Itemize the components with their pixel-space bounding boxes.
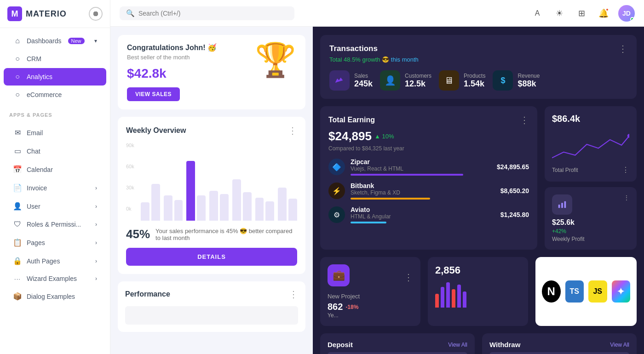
sidebar-item-ecommerce[interactable]: ○ eCommerce	[4, 86, 106, 103]
sidebar-item-dashboards[interactable]: ⌂ Dashboards New ▾	[4, 32, 106, 50]
sidebar-item-label: User	[27, 203, 40, 210]
sidebar-item-label: CRM	[27, 55, 41, 63]
bar-light-sat2	[265, 201, 274, 221]
sidebar-item-email[interactable]: ✉ Email	[4, 124, 106, 142]
bar-light-sun2	[288, 199, 297, 221]
project-menu-icon[interactable]: ⋮	[404, 272, 413, 283]
profit-sm-header: ⋮	[552, 194, 629, 215]
sidebar-item-crm[interactable]: ○ CRM	[4, 50, 106, 68]
sidebar-item-roles[interactable]: 🛡 Roles & Permissi... ›	[4, 216, 106, 233]
aviato-sub: HTML & Angular	[351, 213, 495, 220]
app-name: MATERIO	[26, 9, 67, 19]
sidebar-item-label: Dashboards	[27, 37, 62, 45]
circle-icon: ○	[13, 73, 22, 81]
bell-icon[interactable]: 🔔	[596, 6, 611, 21]
mini-bar-5	[457, 285, 461, 308]
trans-metric-sales: Sales 245k	[329, 70, 373, 91]
js-logo: JS	[588, 280, 607, 303]
mini-bars	[435, 280, 521, 308]
earning-compared: Compared to $84,325 last year	[328, 145, 529, 152]
chevron-right-icon: ›	[95, 221, 97, 228]
bar-light-wed2	[197, 195, 206, 221]
bitbank-amount: $8,650.20	[500, 187, 529, 194]
congrats-left: Congratulations John! 🥳 Best seller of t…	[127, 43, 217, 101]
y-label-90k: 90k	[126, 143, 134, 148]
sidebar-item-pages[interactable]: 📋 Pages ›	[4, 234, 106, 251]
new-project-value: 862	[328, 302, 343, 312]
aviato-amount: $1,245.80	[500, 211, 529, 218]
sidebar-item-calendar[interactable]: 📅 Calendar	[4, 160, 106, 178]
lock-icon: 🔒	[13, 257, 22, 265]
main-nav: ⌂ Dashboards New ▾ ○ CRM ○ Analytics ○ e…	[0, 28, 110, 108]
sidebar-item-label: Dialog Examples	[27, 293, 75, 300]
figma-logo: ✦	[612, 280, 631, 303]
earning-menu-icon[interactable]: ⋮	[520, 114, 529, 126]
profit-sm-subtitle: Weekly Profit	[552, 236, 629, 242]
sidebar-item-user[interactable]: 👤 User ›	[4, 197, 106, 215]
avatar[interactable]: JD	[618, 5, 635, 22]
sidebar-item-label: Email	[27, 129, 43, 137]
bar-light-fri	[232, 179, 241, 221]
sidebar-item-wizard[interactable]: ··· Wizard Examples ›	[4, 270, 106, 287]
search-bar[interactable]: 🔍	[120, 6, 294, 20]
trans-menu-icon[interactable]: ⋮	[618, 43, 627, 54]
sidebar-item-chat[interactable]: ▭ Chat	[4, 142, 106, 160]
email-icon: ✉	[13, 128, 22, 137]
svg-rect-1	[558, 205, 560, 208]
customers-icon: 👤	[380, 70, 400, 91]
perf-placeholder	[125, 306, 298, 325]
zipcar-name: Zipcar	[351, 158, 491, 166]
sidebar-item-label: Calendar	[27, 166, 53, 173]
bar-sun	[278, 188, 297, 221]
record-button[interactable]: ⏺	[89, 7, 103, 21]
svg-rect-3	[564, 201, 566, 208]
revenue-label: Revenue	[518, 73, 540, 79]
tech-logos-card: N TS JS ✦	[535, 257, 637, 326]
bar-light-sat	[255, 198, 264, 221]
earning-item-zipcar: 🔷 Zipcar Vuejs, React & HTML $24,895.65	[328, 158, 529, 176]
sidebar-item-auth[interactable]: 🔒 Auth Pages ›	[4, 252, 106, 270]
new-project-badge: -18%	[345, 304, 358, 310]
dialog-icon: 📦	[13, 292, 22, 301]
deposit-view-all[interactable]: View All	[448, 342, 467, 348]
transactions-subtitle: Total 48.5% growth 😎 this month	[329, 56, 627, 63]
weekly-overview-card: Weekly Overview ⋮ 90k 60k 30k 0k	[118, 117, 305, 274]
grid-icon[interactable]: ⊞	[574, 6, 589, 21]
profit-line-chart	[552, 126, 629, 163]
mini-bar-6	[463, 291, 466, 308]
bar-light-thu	[209, 191, 218, 221]
weekly-menu-icon[interactable]: ⋮	[288, 125, 297, 136]
congrats-amount: $42.8k	[127, 66, 217, 81]
trans-metric-customers: 👤 Customers 12.5k	[380, 70, 431, 91]
chat-icon: ▭	[13, 147, 22, 155]
withdraw-title: Withdraw	[489, 341, 520, 348]
profit-big-amount: $86.4k	[552, 114, 629, 124]
deposit-card: Deposit View All	[320, 333, 475, 354]
profit-sm-dots[interactable]: ⋮	[624, 194, 629, 201]
view-sales-button[interactable]: VIEW SALES	[127, 87, 180, 101]
bitbank-icon: ⚡	[328, 183, 345, 199]
profit-big-menu[interactable]: ⋮	[622, 166, 629, 174]
details-button[interactable]: DETAILS	[126, 248, 297, 266]
perf-menu-icon[interactable]: ⋮	[289, 289, 298, 300]
sidebar-item-analytics[interactable]: ○ Analytics	[4, 68, 106, 86]
trophy-icon: 🏆	[255, 43, 296, 76]
bar-mon	[141, 184, 160, 221]
bitbank-name: Bitbank	[351, 182, 495, 189]
translate-icon[interactable]: A	[530, 6, 545, 21]
bar-purple-wed	[186, 161, 195, 221]
topbar: 🔍 A ☀ ⊞ 🔔 JD	[110, 0, 644, 27]
withdraw-view-all[interactable]: View All	[610, 342, 629, 348]
sidebar-item-invoice[interactable]: 📄 Invoice ›	[4, 179, 106, 197]
search-input[interactable]	[138, 10, 288, 17]
withdraw-card: Withdraw View All	[482, 333, 637, 354]
calendar-icon: 📅	[13, 165, 22, 174]
chevron-down-icon: ▾	[94, 38, 97, 44]
sidebar-item-dialog[interactable]: 📦 Dialog Examples	[4, 287, 106, 305]
bar-light-mon2	[151, 184, 160, 221]
zipcar-bar	[351, 174, 463, 176]
revenue-value: $88k	[518, 79, 540, 89]
bar-light-fri2	[243, 192, 252, 221]
profit-column: $86.4k Total Profit ⋮	[545, 106, 637, 250]
sun-icon[interactable]: ☀	[552, 6, 567, 21]
